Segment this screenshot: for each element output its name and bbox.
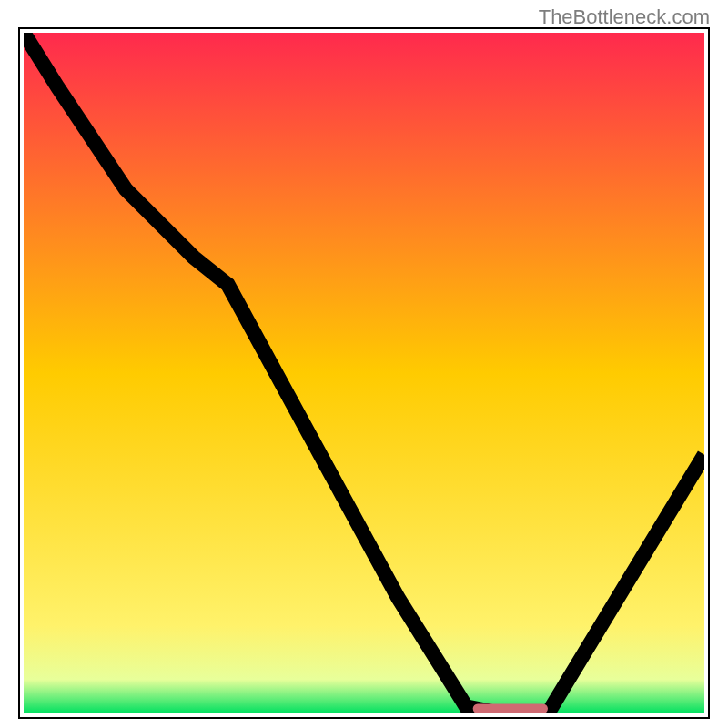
- chart-frame: [18, 27, 710, 719]
- chart-plot-area: [24, 33, 704, 713]
- sweet-spot-bar: [473, 704, 548, 713]
- watermark-text: TheBottleneck.com: [539, 5, 710, 29]
- chart-svg: [24, 33, 704, 713]
